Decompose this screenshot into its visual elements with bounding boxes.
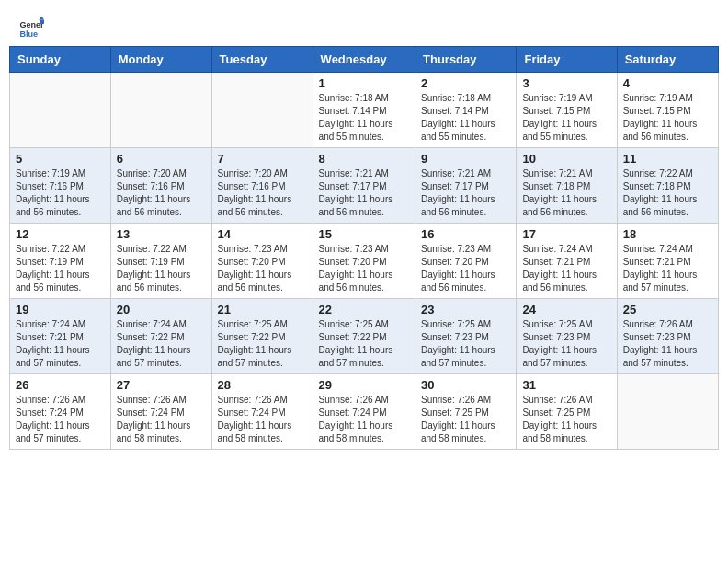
day-info: Sunrise: 7:25 AM Sunset: 7:23 PM Dayligh… bbox=[522, 318, 610, 370]
page-header: General Blue bbox=[9, 9, 719, 40]
day-info: Sunrise: 7:22 AM Sunset: 7:19 PM Dayligh… bbox=[16, 243, 105, 294]
day-number: 27 bbox=[117, 378, 206, 392]
day-info: Sunrise: 7:22 AM Sunset: 7:19 PM Dayligh… bbox=[117, 243, 206, 294]
day-info: Sunrise: 7:26 AM Sunset: 7:24 PM Dayligh… bbox=[16, 394, 105, 445]
day-info: Sunrise: 7:19 AM Sunset: 7:16 PM Dayligh… bbox=[16, 167, 105, 219]
svg-marker-3 bbox=[40, 20, 44, 24]
day-number: 29 bbox=[319, 378, 409, 392]
day-number: 15 bbox=[319, 227, 409, 241]
calendar-cell: 9Sunrise: 7:21 AM Sunset: 7:17 PM Daylig… bbox=[415, 148, 517, 224]
day-number: 25 bbox=[623, 303, 712, 316]
calendar-week-row: 12Sunrise: 7:22 AM Sunset: 7:19 PM Dayli… bbox=[10, 224, 719, 299]
calendar-cell: 8Sunrise: 7:21 AM Sunset: 7:17 PM Daylig… bbox=[313, 148, 415, 224]
day-number: 23 bbox=[421, 303, 510, 316]
day-info: Sunrise: 7:20 AM Sunset: 7:16 PM Dayligh… bbox=[117, 167, 206, 219]
calendar-cell: 18Sunrise: 7:24 AM Sunset: 7:21 PM Dayli… bbox=[617, 224, 718, 299]
calendar-cell: 10Sunrise: 7:21 AM Sunset: 7:18 PM Dayli… bbox=[517, 148, 617, 224]
calendar-header-thursday: Thursday bbox=[415, 47, 517, 73]
day-number: 8 bbox=[319, 152, 409, 166]
calendar-header-row: SundayMondayTuesdayWednesdayThursdayFrid… bbox=[10, 47, 719, 73]
calendar-cell bbox=[211, 73, 313, 148]
day-number: 26 bbox=[16, 378, 105, 392]
calendar-header-wednesday: Wednesday bbox=[313, 47, 415, 73]
svg-text:Blue: Blue bbox=[19, 29, 38, 39]
calendar-cell bbox=[617, 374, 718, 450]
day-number: 20 bbox=[117, 303, 206, 316]
day-number: 5 bbox=[16, 152, 105, 166]
calendar-header-tuesday: Tuesday bbox=[211, 47, 313, 73]
calendar-cell: 17Sunrise: 7:24 AM Sunset: 7:21 PM Dayli… bbox=[517, 224, 617, 299]
day-info: Sunrise: 7:22 AM Sunset: 7:18 PM Dayligh… bbox=[623, 167, 712, 219]
day-number: 14 bbox=[218, 227, 307, 241]
day-number: 16 bbox=[421, 227, 510, 241]
calendar-cell: 25Sunrise: 7:26 AM Sunset: 7:23 PM Dayli… bbox=[617, 299, 718, 374]
calendar-cell: 31Sunrise: 7:26 AM Sunset: 7:25 PM Dayli… bbox=[517, 374, 617, 450]
day-info: Sunrise: 7:24 AM Sunset: 7:21 PM Dayligh… bbox=[16, 318, 105, 370]
day-info: Sunrise: 7:21 AM Sunset: 7:17 PM Dayligh… bbox=[421, 167, 510, 219]
calendar-cell: 24Sunrise: 7:25 AM Sunset: 7:23 PM Dayli… bbox=[517, 299, 617, 374]
calendar-cell: 15Sunrise: 7:23 AM Sunset: 7:20 PM Dayli… bbox=[313, 224, 415, 299]
calendar-cell: 12Sunrise: 7:22 AM Sunset: 7:19 PM Dayli… bbox=[10, 224, 111, 299]
calendar-cell: 21Sunrise: 7:25 AM Sunset: 7:22 PM Dayli… bbox=[211, 299, 313, 374]
day-info: Sunrise: 7:18 AM Sunset: 7:14 PM Dayligh… bbox=[421, 92, 510, 144]
day-number: 18 bbox=[623, 227, 712, 241]
calendar-cell: 6Sunrise: 7:20 AM Sunset: 7:16 PM Daylig… bbox=[110, 148, 211, 224]
day-number: 17 bbox=[522, 227, 610, 241]
calendar-week-row: 26Sunrise: 7:26 AM Sunset: 7:24 PM Dayli… bbox=[10, 374, 719, 450]
day-info: Sunrise: 7:26 AM Sunset: 7:25 PM Dayligh… bbox=[421, 394, 510, 445]
calendar-cell bbox=[110, 73, 211, 148]
day-info: Sunrise: 7:26 AM Sunset: 7:24 PM Dayligh… bbox=[319, 394, 409, 445]
day-number: 9 bbox=[421, 152, 510, 166]
calendar-cell: 19Sunrise: 7:24 AM Sunset: 7:21 PM Dayli… bbox=[10, 299, 111, 374]
day-number: 22 bbox=[319, 303, 409, 316]
day-info: Sunrise: 7:23 AM Sunset: 7:20 PM Dayligh… bbox=[218, 243, 307, 294]
calendar-cell: 1Sunrise: 7:18 AM Sunset: 7:14 PM Daylig… bbox=[313, 73, 415, 148]
calendar-cell: 27Sunrise: 7:26 AM Sunset: 7:24 PM Dayli… bbox=[110, 374, 211, 450]
calendar-cell: 30Sunrise: 7:26 AM Sunset: 7:25 PM Dayli… bbox=[415, 374, 517, 450]
calendar-cell: 29Sunrise: 7:26 AM Sunset: 7:24 PM Dayli… bbox=[313, 374, 415, 450]
calendar-week-row: 5Sunrise: 7:19 AM Sunset: 7:16 PM Daylig… bbox=[10, 148, 719, 224]
day-number: 11 bbox=[623, 152, 712, 166]
svg-marker-2 bbox=[39, 16, 44, 19]
day-info: Sunrise: 7:21 AM Sunset: 7:18 PM Dayligh… bbox=[522, 167, 610, 219]
day-number: 13 bbox=[117, 227, 206, 241]
day-info: Sunrise: 7:24 AM Sunset: 7:21 PM Dayligh… bbox=[623, 243, 712, 294]
day-info: Sunrise: 7:24 AM Sunset: 7:21 PM Dayligh… bbox=[522, 243, 610, 294]
day-info: Sunrise: 7:19 AM Sunset: 7:15 PM Dayligh… bbox=[522, 92, 610, 144]
day-info: Sunrise: 7:26 AM Sunset: 7:24 PM Dayligh… bbox=[218, 394, 307, 445]
day-info: Sunrise: 7:26 AM Sunset: 7:23 PM Dayligh… bbox=[623, 318, 712, 370]
calendar-cell bbox=[10, 73, 111, 148]
logo-icon: General Blue bbox=[18, 15, 44, 40]
calendar-header-friday: Friday bbox=[517, 47, 617, 73]
calendar-cell: 3Sunrise: 7:19 AM Sunset: 7:15 PM Daylig… bbox=[517, 73, 617, 148]
day-info: Sunrise: 7:19 AM Sunset: 7:15 PM Dayligh… bbox=[623, 92, 712, 144]
day-info: Sunrise: 7:21 AM Sunset: 7:17 PM Dayligh… bbox=[319, 167, 409, 219]
day-number: 6 bbox=[117, 152, 206, 166]
day-info: Sunrise: 7:26 AM Sunset: 7:25 PM Dayligh… bbox=[522, 394, 610, 445]
day-info: Sunrise: 7:25 AM Sunset: 7:23 PM Dayligh… bbox=[421, 318, 510, 370]
calendar-cell: 14Sunrise: 7:23 AM Sunset: 7:20 PM Dayli… bbox=[211, 224, 313, 299]
day-number: 10 bbox=[522, 152, 610, 166]
calendar-cell: 11Sunrise: 7:22 AM Sunset: 7:18 PM Dayli… bbox=[617, 148, 718, 224]
day-number: 31 bbox=[522, 378, 610, 392]
day-info: Sunrise: 7:25 AM Sunset: 7:22 PM Dayligh… bbox=[319, 318, 409, 370]
calendar-cell: 7Sunrise: 7:20 AM Sunset: 7:16 PM Daylig… bbox=[211, 148, 313, 224]
calendar-cell: 20Sunrise: 7:24 AM Sunset: 7:22 PM Dayli… bbox=[110, 299, 211, 374]
day-info: Sunrise: 7:23 AM Sunset: 7:20 PM Dayligh… bbox=[319, 243, 409, 294]
day-number: 4 bbox=[623, 76, 712, 90]
calendar-header-sunday: Sunday bbox=[10, 47, 111, 73]
day-number: 1 bbox=[319, 76, 409, 90]
calendar-cell: 28Sunrise: 7:26 AM Sunset: 7:24 PM Dayli… bbox=[211, 374, 313, 450]
calendar-header-saturday: Saturday bbox=[617, 47, 718, 73]
calendar-cell: 26Sunrise: 7:26 AM Sunset: 7:24 PM Dayli… bbox=[10, 374, 111, 450]
calendar-cell: 13Sunrise: 7:22 AM Sunset: 7:19 PM Dayli… bbox=[110, 224, 211, 299]
day-number: 19 bbox=[16, 303, 105, 316]
day-number: 24 bbox=[522, 303, 610, 316]
calendar-header-monday: Monday bbox=[110, 47, 211, 73]
calendar-cell: 5Sunrise: 7:19 AM Sunset: 7:16 PM Daylig… bbox=[10, 148, 111, 224]
calendar-cell: 16Sunrise: 7:23 AM Sunset: 7:20 PM Dayli… bbox=[415, 224, 517, 299]
day-number: 12 bbox=[16, 227, 105, 241]
calendar-cell: 4Sunrise: 7:19 AM Sunset: 7:15 PM Daylig… bbox=[617, 73, 718, 148]
day-number: 30 bbox=[421, 378, 510, 392]
day-info: Sunrise: 7:18 AM Sunset: 7:14 PM Dayligh… bbox=[319, 92, 409, 144]
